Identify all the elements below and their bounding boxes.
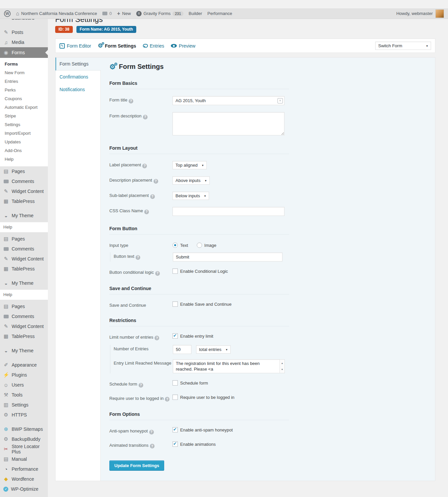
sidebar-item-help[interactable]: Help xyxy=(0,290,48,300)
avatar[interactable] xyxy=(435,9,444,18)
submenu-perks[interactable]: Perks xyxy=(0,86,48,94)
scrollbar[interactable]: ▲▼ xyxy=(280,360,284,373)
submenu-coupons[interactable]: Coupons xyxy=(0,94,48,103)
sidebar-item-my-theme[interactable]: ◒ My Theme xyxy=(0,278,48,288)
sidebar-item-store-locator-plus[interactable]: ✂ Store Locator Plus xyxy=(0,444,48,454)
css-class-row: CSS Class Name? xyxy=(109,207,289,216)
form-settings-link[interactable]: ⚙⚙ Form Settings xyxy=(98,43,136,49)
merge-tag-icon[interactable]: ≡ xyxy=(278,98,283,103)
sidebar-item-help[interactable]: Help xyxy=(0,222,48,232)
builder-menu[interactable]: Builder xyxy=(189,11,202,16)
sidebar-item-plugins[interactable]: ⚡ Plugins xyxy=(0,370,48,380)
help-icon[interactable]: ? xyxy=(136,255,140,260)
help-icon[interactable]: ? xyxy=(155,336,159,340)
submenu-stripe[interactable]: Stripe xyxy=(0,112,48,120)
new-content-link[interactable]: + New xyxy=(117,11,131,17)
sidebar-item-wp-optimize[interactable]: ✔ WP-Optimize xyxy=(0,484,48,494)
preview-link[interactable]: Preview xyxy=(171,43,195,49)
help-icon[interactable]: ? xyxy=(154,179,158,184)
button-text-input[interactable] xyxy=(173,252,282,261)
submenu-import-export[interactable]: Import/Export xyxy=(0,129,48,138)
sidebar-item-tablepress[interactable]: ▦ TablePress xyxy=(0,264,48,274)
update-form-settings-button[interactable]: Update Form Settings xyxy=(109,460,164,471)
submenu-add-ons[interactable]: Add-Ons xyxy=(0,146,48,155)
sidebar-item-manual[interactable]: ▤ Manual xyxy=(0,454,48,464)
sidebar-item-pages[interactable]: ▤ Pages xyxy=(0,234,48,244)
input-type-text-radio[interactable] xyxy=(172,243,178,248)
label-placement-select[interactable]: Top aligned xyxy=(172,161,207,169)
sidebar-item-forms[interactable]: ◉ Forms xyxy=(0,47,48,58)
number-of-entries-input[interactable] xyxy=(173,345,191,354)
tab-notifications[interactable]: Notifications xyxy=(56,83,100,96)
help-icon[interactable]: ? xyxy=(144,210,149,214)
tab-form-settings[interactable]: Form Settings xyxy=(56,58,101,71)
howdy-account-link[interactable]: Howdy, webmaster xyxy=(396,11,433,16)
entries-period-select[interactable]: total entries xyxy=(196,345,231,354)
gravity-forms-menu[interactable]: ☰ Gravity Forms 231 xyxy=(136,11,183,16)
submenu-forms[interactable]: Forms xyxy=(0,60,48,69)
help-icon[interactable]: ? xyxy=(149,430,154,434)
submenu-help[interactable]: Help xyxy=(0,155,48,164)
sidebar-item-pages[interactable]: ▤ Pages xyxy=(0,301,48,311)
sidebar-item-my-theme[interactable]: ◒ My Theme xyxy=(0,346,48,356)
description-placement-select[interactable]: Above inputs xyxy=(172,176,210,185)
help-icon[interactable]: ? xyxy=(150,194,155,199)
sidebar-item-widget-content[interactable]: ✎ Widget Content xyxy=(0,321,48,331)
help-icon[interactable]: ? xyxy=(129,99,133,103)
schedule-form-checkbox[interactable] xyxy=(172,380,178,386)
sidebar-item-wordfence[interactable]: ◆ Wordfence xyxy=(0,474,48,484)
performance-menu[interactable]: Performance xyxy=(207,11,232,16)
submenu-automatic-export[interactable]: Automatic Export xyxy=(0,103,48,112)
entries-link[interactable]: Entries xyxy=(143,43,165,49)
sidebar-item-users[interactable]: ☺ Users xyxy=(0,380,48,390)
sidebar-item-tablepress[interactable]: ▦ TablePress xyxy=(0,331,48,341)
sidebar-item-settings[interactable]: ▥ Settings xyxy=(0,400,48,410)
site-name-link[interactable]: ⌂ Northern California Nevada Conference xyxy=(16,11,97,17)
sidebar-item-https[interactable]: ⚙ HTTPS xyxy=(0,410,48,420)
form-description-textarea[interactable] xyxy=(172,112,284,135)
sublabel-placement-select[interactable]: Below inputs xyxy=(172,192,209,200)
submenu-settings[interactable]: Settings xyxy=(0,120,48,129)
help-icon[interactable]: ? xyxy=(139,383,143,388)
sidebar-item-backupbuddy[interactable]: ⚙ BackupBuddy xyxy=(0,434,48,444)
conditional-logic-checkbox[interactable] xyxy=(172,268,178,274)
scroll-up-icon[interactable]: ▲ xyxy=(281,360,283,366)
sidebar-item-my-theme[interactable]: ◒ My Theme xyxy=(0,211,48,221)
sidebar-item-tools[interactable]: ⚒ Tools xyxy=(0,390,48,400)
help-icon[interactable]: ? xyxy=(165,397,169,402)
sidebar-item-performance[interactable]: ◔ Performance xyxy=(0,464,48,474)
form-title-input[interactable] xyxy=(172,96,284,105)
sidebar-item-pages[interactable]: ▤ Pages xyxy=(0,166,48,176)
wp-logo-menu[interactable]: W xyxy=(4,10,11,17)
form-editor-link[interactable]: ✎ Form Editor xyxy=(59,43,91,49)
sidebar-item-comments[interactable]: Comments xyxy=(0,311,48,321)
switch-form-select[interactable]: Switch Form xyxy=(375,42,431,50)
input-type-image-radio[interactable] xyxy=(197,243,202,248)
require-login-checkbox[interactable] xyxy=(172,395,178,400)
help-icon[interactable]: ? xyxy=(143,115,148,119)
sidebar-item-posts[interactable]: ✎ Posts xyxy=(0,27,48,37)
submenu-updates[interactable]: Updates xyxy=(0,138,48,146)
enable-entry-limit-checkbox[interactable] xyxy=(172,333,178,339)
sidebar-item-comments[interactable]: Comments xyxy=(0,176,48,186)
sidebar-item-comments[interactable]: Comments xyxy=(0,244,48,254)
comments-link[interactable]: 0 xyxy=(102,11,112,16)
help-icon[interactable]: ? xyxy=(142,164,147,168)
tab-confirmations[interactable]: Confirmations xyxy=(56,71,100,83)
animations-checkbox[interactable] xyxy=(172,441,178,447)
honeypot-checkbox[interactable] xyxy=(172,427,178,432)
submenu-entries[interactable]: Entries xyxy=(0,77,48,86)
sidebar-item-bwp-sitemaps[interactable]: ⊛ BWP Sitemaps xyxy=(0,424,48,434)
save-continue-checkbox[interactable] xyxy=(172,301,178,307)
sidebar-item-widget-content[interactable]: ✎ Widget Content xyxy=(0,186,48,196)
submenu-new-form[interactable]: New Form xyxy=(0,69,48,77)
css-class-input[interactable] xyxy=(172,207,284,216)
sidebar-item-media[interactable]: ♫ Media xyxy=(0,37,48,47)
help-icon[interactable]: ? xyxy=(150,444,155,448)
sidebar-item-tablepress[interactable]: ▦ TablePress xyxy=(0,196,48,206)
scroll-down-icon[interactable]: ▼ xyxy=(281,367,283,372)
help-icon[interactable]: ? xyxy=(155,271,160,276)
sidebar-item-widget-content[interactable]: ✎ Widget Content xyxy=(0,254,48,264)
sidebar-item-appearance[interactable]: ✐ Appearance xyxy=(0,360,48,370)
entry-limit-message-textarea[interactable]: The registration limit for this event ha… xyxy=(173,359,285,373)
